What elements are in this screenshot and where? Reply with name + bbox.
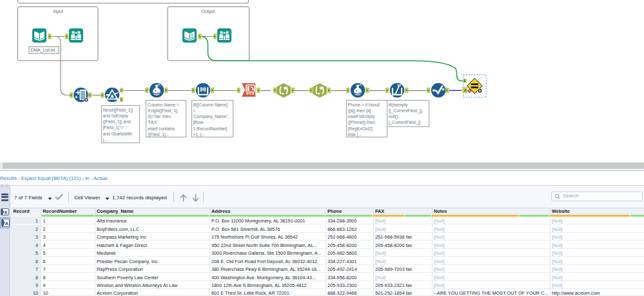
svg-text:DMA_List.txt: DMA_List.txt: [31, 48, 55, 53]
svg-text:E: E: [464, 79, 466, 83]
svg-text:Output: Output: [202, 9, 215, 14]
svg-text:Input: Input: [53, 9, 63, 14]
svg-text:A: A: [5, 221, 9, 226]
svg-text:A: A: [464, 88, 467, 92]
svg-text:E: E: [5, 210, 8, 215]
